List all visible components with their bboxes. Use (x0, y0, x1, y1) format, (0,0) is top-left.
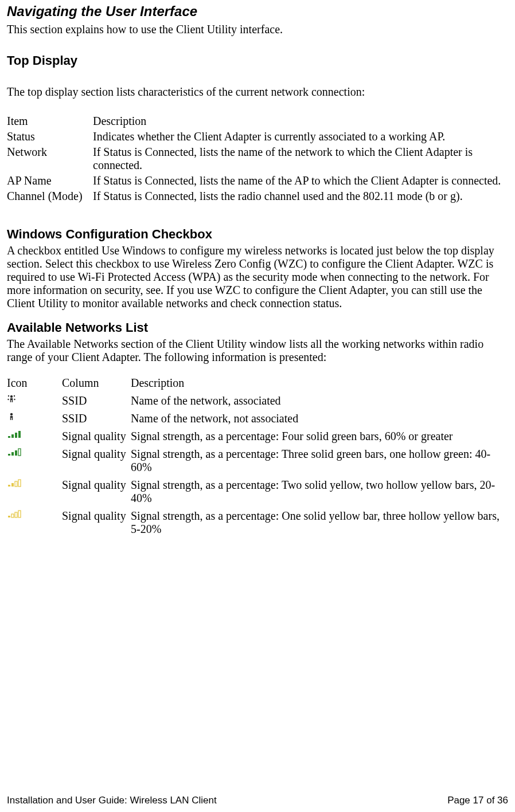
top-display-heading: Top Display (7, 53, 508, 68)
signal-1-icon (7, 509, 23, 519)
signal-2-icon (7, 478, 23, 488)
page-footer: Installation and User Guide: Wireless LA… (7, 795, 508, 806)
svg-rect-9 (18, 431, 21, 438)
svg-point-5 (10, 413, 13, 415)
svg-point-3 (7, 399, 9, 400)
cell-item: AP Name (7, 173, 93, 189)
footer-left: Installation and User Guide: Wireless LA… (7, 795, 217, 806)
cell-description: Name of the network, associated (131, 392, 508, 410)
wzc-body: A checkbox entitled Use Windows to confi… (7, 244, 508, 310)
intro-text: This section explains how to use the Cli… (7, 23, 508, 36)
table-row: Network If Status is Connected, lists th… (7, 144, 508, 173)
table-row: SSID Name of the network, associated (7, 392, 508, 410)
svg-rect-19 (11, 514, 14, 517)
table-header-row: Icon Column Description (7, 374, 508, 392)
cell-column: SSID (62, 410, 131, 427)
header-description: Description (131, 374, 508, 392)
table-row: Signal quality Signal strength, as a per… (7, 476, 508, 507)
table-row: SSID Name of the network, not associated (7, 410, 508, 427)
networks-lead: The Available Networks section of the Cl… (7, 338, 508, 364)
svg-rect-18 (8, 516, 10, 517)
svg-point-4 (14, 399, 15, 400)
cell-column: Signal quality (62, 427, 131, 445)
cell-description: Name of the network, not associated (131, 410, 508, 427)
cell-item: Channel (Mode) (7, 189, 93, 204)
svg-rect-14 (8, 485, 10, 487)
wzc-heading: Windows Configuration Checkbox (7, 227, 508, 242)
cell-column: Signal quality (62, 445, 131, 476)
table-header-row: Item Description (7, 113, 508, 129)
cell-column: SSID (62, 392, 131, 410)
cell-description: Signal strength, as a percentage: Four s… (131, 427, 508, 445)
svg-rect-12 (15, 450, 17, 456)
networks-heading: Available Networks List (7, 320, 508, 335)
svg-rect-13 (18, 449, 21, 456)
cell-description: If Status is Connected, lists the radio … (93, 189, 508, 204)
svg-rect-15 (11, 483, 14, 487)
svg-point-1 (8, 395, 9, 397)
table-row: Channel (Mode) If Status is Connected, l… (7, 189, 508, 204)
cell-description: Signal strength, as a percentage: Two so… (131, 476, 508, 507)
header-item: Item (7, 113, 93, 129)
top-display-table: Item Description Status Indicates whethe… (7, 113, 508, 204)
svg-rect-21 (18, 511, 21, 517)
page-title: Navigating the User Interface (7, 3, 508, 19)
svg-rect-7 (11, 434, 14, 438)
cell-column: Signal quality (62, 507, 131, 538)
cell-description: If Status is Connected, lists the name o… (93, 144, 508, 173)
table-row: Signal quality Signal strength, as a per… (7, 445, 508, 476)
cell-description: Signal strength, as a percentage: Three … (131, 445, 508, 476)
svg-point-0 (10, 395, 13, 398)
cell-item: Network (7, 144, 93, 173)
svg-rect-6 (8, 436, 10, 438)
header-description: Description (93, 113, 508, 129)
top-display-lead: The top display section lists characteri… (7, 85, 508, 99)
signal-3-icon (7, 448, 23, 457)
cell-description: Signal strength, as a percentage: One so… (131, 507, 508, 538)
svg-rect-11 (11, 452, 14, 456)
signal-4-icon (7, 430, 23, 439)
svg-rect-20 (15, 512, 17, 517)
table-row: Signal quality Signal strength, as a per… (7, 507, 508, 538)
svg-rect-16 (15, 481, 17, 487)
svg-point-2 (14, 395, 15, 397)
svg-rect-8 (15, 433, 17, 438)
header-column: Column (62, 374, 131, 392)
table-row: AP Name If Status is Connected, lists th… (7, 173, 508, 189)
footer-right: Page 17 of 36 (447, 795, 508, 806)
svg-rect-10 (8, 454, 10, 456)
svg-rect-17 (18, 480, 21, 487)
ssid-associated-icon (7, 394, 16, 403)
table-row: Signal quality Signal strength, as a per… (7, 427, 508, 445)
cell-description: If Status is Connected, lists the name o… (93, 173, 508, 189)
cell-column: Signal quality (62, 476, 131, 507)
header-icon: Icon (7, 374, 62, 392)
ssid-not-associated-icon (7, 412, 16, 421)
table-row: Status Indicates whether the Client Adap… (7, 129, 508, 144)
networks-table: Icon Column Description SSID Name of the… (7, 374, 508, 538)
cell-item: Status (7, 129, 93, 144)
cell-description: Indicates whether the Client Adapter is … (93, 129, 508, 144)
